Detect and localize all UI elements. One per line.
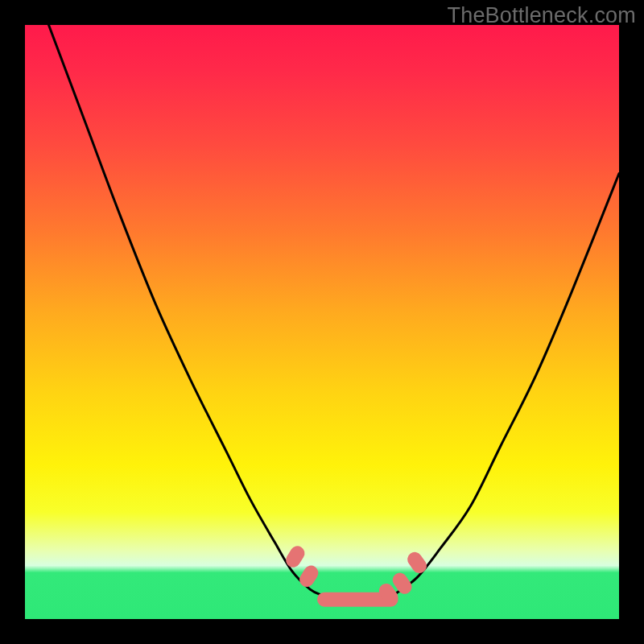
outer-frame: TheBottleneck.com <box>0 0 644 644</box>
plot-area <box>25 25 619 619</box>
watermark-text: TheBottleneck.com <box>447 3 636 28</box>
